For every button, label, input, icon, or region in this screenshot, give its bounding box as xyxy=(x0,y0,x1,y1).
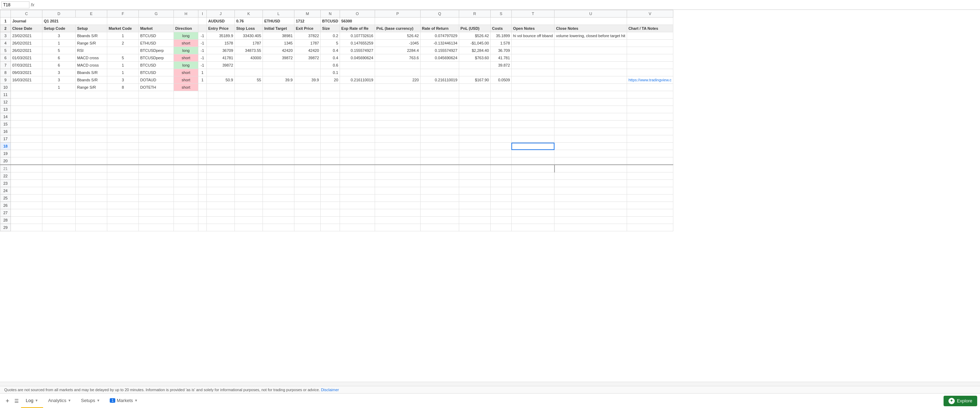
cell-9m[interactable]: 39.9 xyxy=(294,76,321,84)
cell-9l[interactable]: 39.9 xyxy=(263,76,294,84)
col-header-J[interactable]: J xyxy=(207,10,235,18)
spreadsheet-container[interactable]: C D E F G H I J K L M N O P Q R S T U V xyxy=(0,10,980,382)
col-header-E[interactable]: E xyxy=(76,10,107,18)
cell-8g[interactable]: BTCUSD xyxy=(139,69,174,76)
cell-3e[interactable]: Bbands S/R xyxy=(76,32,107,40)
cell-9v[interactable]: https://www.tradingview.c xyxy=(627,76,673,84)
cell-3r[interactable]: $526.42 xyxy=(459,32,490,40)
cell-7m[interactable] xyxy=(294,62,321,69)
cell-3f[interactable]: 1 xyxy=(107,32,139,40)
col-header-L[interactable]: L xyxy=(263,10,294,18)
cell-6n[interactable]: 0.4 xyxy=(321,54,340,62)
cell-4f[interactable]: 2 xyxy=(107,40,139,47)
cell-9g[interactable]: DOTAUD xyxy=(139,76,174,84)
cell-9h[interactable]: short xyxy=(174,76,198,84)
cell-9i[interactable]: 1 xyxy=(198,76,207,84)
cell-6f[interactable]: 5 xyxy=(107,54,139,62)
cell-10q[interactable] xyxy=(420,84,459,91)
cell-8s[interactable] xyxy=(490,69,511,76)
cell-4d[interactable]: 1 xyxy=(42,40,76,47)
cell-8d[interactable]: 3 xyxy=(42,69,76,76)
cell-8o[interactable] xyxy=(340,69,375,76)
cell-6h[interactable]: short xyxy=(174,54,198,62)
cell-6m[interactable]: 39872 xyxy=(294,54,321,62)
cell-4h[interactable]: short xyxy=(174,40,198,47)
cell-3q[interactable]: 0.074797029 xyxy=(420,32,459,40)
cell-8q[interactable] xyxy=(420,69,459,76)
cell-6r[interactable]: $763.60 xyxy=(459,54,490,62)
cell-5k[interactable]: 34873.55 xyxy=(235,47,263,54)
cell-6g[interactable]: BTCUSDperp xyxy=(139,54,174,62)
cell-10i[interactable] xyxy=(198,84,207,91)
cell-7k[interactable] xyxy=(235,62,263,69)
cell-10e[interactable]: Range S/R xyxy=(76,84,107,91)
cell-9o[interactable]: 0.216110019 xyxy=(340,76,375,84)
cell-8f[interactable]: 1 xyxy=(107,69,139,76)
cell-4p[interactable]: -1045 xyxy=(375,40,420,47)
cell-3d[interactable]: 3 xyxy=(42,32,76,40)
cell-4g[interactable]: ETHUSD xyxy=(139,40,174,47)
col-header-P[interactable]: P xyxy=(375,10,420,18)
cell-4k[interactable]: 1787 xyxy=(235,40,263,47)
tab-markets[interactable]: 1 Markets ▼ xyxy=(105,394,143,408)
cell-4v[interactable] xyxy=(627,40,673,47)
cell-5f[interactable] xyxy=(107,47,139,54)
col-header-N[interactable]: N xyxy=(321,10,340,18)
cell-5c[interactable]: 26/02/2021 xyxy=(11,47,42,54)
col-header-M[interactable]: M xyxy=(294,10,321,18)
cell-4t[interactable] xyxy=(511,40,555,47)
cell-4i[interactable]: -1 xyxy=(198,40,207,47)
cell-3k[interactable]: 33430.405 xyxy=(235,32,263,40)
cell-10p[interactable] xyxy=(375,84,420,91)
cell-7j[interactable]: 39872 xyxy=(207,62,235,69)
cell-5i[interactable]: -1 xyxy=(198,47,207,54)
cell-3u[interactable]: volume lowering, closed before target hi… xyxy=(555,32,627,40)
cell-9e[interactable]: Bbands S/R xyxy=(76,76,107,84)
col-header-S[interactable]: S xyxy=(490,10,511,18)
cell-9d[interactable]: 3 xyxy=(42,76,76,84)
cell-6q[interactable]: 0.045690624 xyxy=(420,54,459,62)
cell-6c[interactable]: 01/03/2021 xyxy=(11,54,42,62)
cell-4r[interactable]: -$1,045.00 xyxy=(459,40,490,47)
cell-8u[interactable] xyxy=(555,69,627,76)
cell-6d[interactable]: 6 xyxy=(42,54,76,62)
cell-8c[interactable]: 09/03/2021 xyxy=(11,69,42,76)
cell-10l[interactable] xyxy=(263,84,294,91)
cell-10f[interactable]: 8 xyxy=(107,84,139,91)
cell-8i[interactable]: 1 xyxy=(198,69,207,76)
cell-6p[interactable]: 763.6 xyxy=(375,54,420,62)
col-header-T[interactable]: T xyxy=(511,10,555,18)
col-header-R[interactable]: R xyxy=(459,10,490,18)
col-header-H[interactable]: H xyxy=(174,10,198,18)
cell-7p[interactable] xyxy=(375,62,420,69)
col-header-G[interactable]: G xyxy=(139,10,174,18)
cell-7h[interactable]: long xyxy=(174,62,198,69)
col-header-K[interactable]: K xyxy=(235,10,263,18)
selected-cell-t18[interactable] xyxy=(511,143,555,150)
cell-5n[interactable]: 0.4 xyxy=(321,47,340,54)
cell-9j[interactable]: 50.9 xyxy=(207,76,235,84)
cell-5o[interactable]: 0.155574927 xyxy=(340,47,375,54)
cell-5h[interactable]: long xyxy=(174,47,198,54)
cell-10d[interactable]: 1 xyxy=(42,84,76,91)
cell-7r[interactable] xyxy=(459,62,490,69)
cell-6k[interactable]: 43000 xyxy=(235,54,263,62)
cell-9t[interactable] xyxy=(511,76,555,84)
cell-6j[interactable]: 41781 xyxy=(207,54,235,62)
cell-5e[interactable]: RSI xyxy=(76,47,107,54)
cell-5j[interactable]: 36709 xyxy=(207,47,235,54)
cell-3s[interactable]: 35.1899 xyxy=(490,32,511,40)
cell-7u[interactable] xyxy=(555,62,627,69)
cell-10v[interactable] xyxy=(627,84,673,91)
add-sheet-button[interactable]: + xyxy=(3,394,12,408)
cell-5m[interactable]: 42420 xyxy=(294,47,321,54)
cell-10g[interactable]: DOTETH xyxy=(139,84,174,91)
formula-input[interactable] xyxy=(37,2,978,7)
cell-5v[interactable] xyxy=(627,47,673,54)
cell-3m[interactable]: 37822 xyxy=(294,32,321,40)
cell-9s[interactable]: 0.0509 xyxy=(490,76,511,84)
cell-7o[interactable] xyxy=(340,62,375,69)
cell-4m[interactable]: 1787 xyxy=(294,40,321,47)
cell-7s[interactable]: 39.872 xyxy=(490,62,511,69)
cell-6t[interactable] xyxy=(511,54,555,62)
